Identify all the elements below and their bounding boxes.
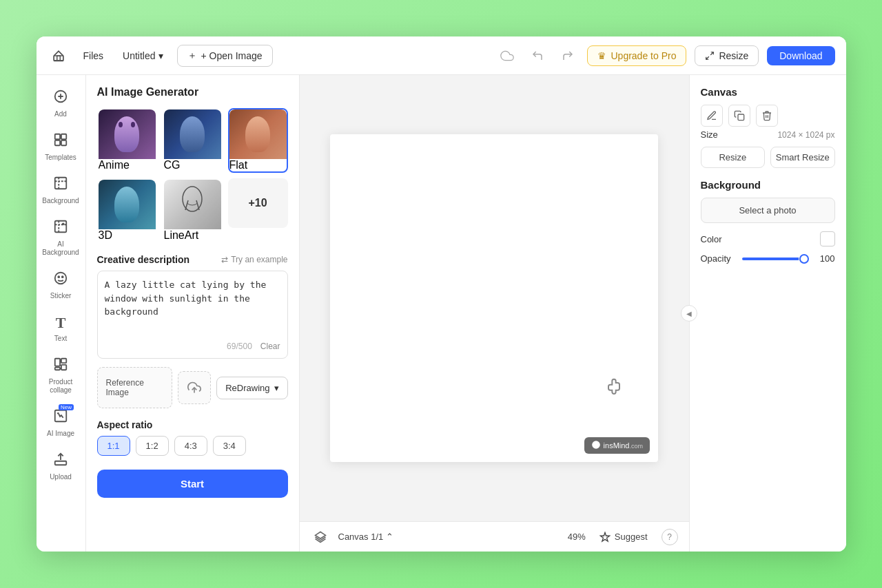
cloud-sync-button[interactable] xyxy=(496,45,518,67)
start-button[interactable]: Start xyxy=(97,470,288,498)
sidebar-item-ai-background[interactable]: AI Background xyxy=(40,213,81,262)
reference-upload-button[interactable] xyxy=(178,371,211,404)
canvas-workspace[interactable]: insMind.com xyxy=(330,134,658,462)
files-button[interactable]: Files xyxy=(78,48,110,64)
style-card-lineart[interactable]: LineArt xyxy=(163,178,223,243)
undo-button[interactable] xyxy=(526,45,548,67)
svg-line-1 xyxy=(711,52,714,54)
sidebar-item-upload[interactable]: Upload xyxy=(40,446,81,487)
lineart-preview xyxy=(164,180,221,229)
svg-rect-18 xyxy=(61,365,66,370)
sidebar-item-add[interactable]: Add xyxy=(40,83,81,124)
suggest-button[interactable]: Suggest xyxy=(594,529,653,545)
ai-background-label: AI Background xyxy=(42,240,79,257)
background-section-title: Background xyxy=(701,179,835,191)
svg-point-27 xyxy=(592,441,600,449)
background-icon xyxy=(53,176,68,194)
untitled-label: Untitled xyxy=(123,50,155,61)
canvas-duplicate-button[interactable] xyxy=(728,105,750,127)
open-image-button[interactable]: ＋ + Open Image xyxy=(177,45,273,67)
flat-preview xyxy=(229,109,287,159)
resize-row: Resize Smart Resize xyxy=(701,147,835,168)
style-card-cg[interactable]: CG xyxy=(163,108,223,173)
add-label: Add xyxy=(54,110,67,118)
plus-icon: ＋ xyxy=(187,50,197,62)
aspect-1-2-button[interactable]: 1:2 xyxy=(136,436,169,456)
help-label: ? xyxy=(667,532,672,542)
flat-label: Flat xyxy=(229,159,287,171)
aspect-1-1-button[interactable]: 1:1 xyxy=(97,436,130,456)
insmind-watermark: insMind.com xyxy=(584,437,650,454)
text-label: Text xyxy=(54,335,67,343)
ai-image-panel: AI Image Generator Anime xyxy=(86,75,300,552)
canvas-main: insMind.com xyxy=(300,75,689,521)
home-button[interactable] xyxy=(48,45,70,67)
try-example-button[interactable]: ⇄ Try an example xyxy=(221,255,287,264)
background-section: Background Select a photo Color Opacity … xyxy=(701,179,835,264)
aspect-4-3-button[interactable]: 4:3 xyxy=(174,436,207,456)
svg-point-14 xyxy=(58,276,59,277)
svg-point-15 xyxy=(62,276,63,277)
layers-button[interactable] xyxy=(311,527,330,547)
clear-button[interactable]: Clear xyxy=(260,342,280,351)
style-card-more[interactable]: +10 xyxy=(228,178,288,228)
ai-image-icon: New xyxy=(53,408,68,427)
smart-resize-option-button[interactable]: Smart Resize xyxy=(770,147,835,168)
description-textarea[interactable]: A lazy little cat lying by the window wi… xyxy=(105,278,280,339)
insmind-logo-icon xyxy=(591,440,601,451)
style-card-anime[interactable]: Anime xyxy=(97,108,157,173)
svg-rect-22 xyxy=(55,461,67,465)
opacity-thumb[interactable] xyxy=(799,254,809,264)
upload-icon xyxy=(53,452,68,470)
aspect-3-4-button[interactable]: 3:4 xyxy=(213,436,246,456)
reference-image-box[interactable]: Reference Image xyxy=(97,367,173,408)
svg-rect-8 xyxy=(55,140,60,145)
templates-icon xyxy=(53,132,68,151)
canvas-area: ◀ insMind.com xyxy=(300,75,689,552)
canvas-delete-button[interactable] xyxy=(756,105,778,127)
select-photo-button[interactable]: Select a photo xyxy=(701,198,835,223)
svg-point-13 xyxy=(55,273,67,284)
canvas-info[interactable]: Canvas 1/1 ⌃ xyxy=(338,532,394,542)
svg-point-21 xyxy=(57,412,59,414)
upgrade-to-pro-button[interactable]: ♛ Upgrade to Pro xyxy=(587,45,686,66)
opacity-slider[interactable] xyxy=(742,258,809,260)
color-swatch[interactable] xyxy=(820,231,835,246)
canvas-bottom-bar: Canvas 1/1 ⌃ 49% Suggest ? xyxy=(300,521,689,552)
sidebar-item-product-collage[interactable]: Product collage xyxy=(40,351,81,400)
chevron-up-icon: ⌃ xyxy=(386,532,393,542)
redrawing-label: ReDrawing xyxy=(225,383,269,393)
style-card-flat[interactable]: Flat xyxy=(228,108,288,173)
svg-rect-7 xyxy=(61,134,66,139)
top-bar: Files Untitled ▾ ＋ + Open Image xyxy=(37,36,846,75)
collapse-panel-button[interactable]: ◀ xyxy=(681,305,697,322)
redo-button[interactable] xyxy=(557,45,579,67)
help-button[interactable]: ? xyxy=(662,529,678,545)
resize-label: Resize xyxy=(719,50,748,61)
background-label: Background xyxy=(42,197,79,205)
resize-button[interactable]: Resize xyxy=(695,45,759,66)
cg-label: CG xyxy=(164,159,221,171)
cg-preview xyxy=(164,109,221,159)
lineart-label: LineArt xyxy=(164,229,221,242)
sidebar-item-templates[interactable]: Templates xyxy=(40,127,81,167)
resize-option-button[interactable]: Resize xyxy=(701,147,766,168)
canvas-actions xyxy=(701,105,835,127)
creative-description-header: Creative description ⇄ Try an example xyxy=(97,254,288,265)
style-card-3d[interactable]: 3D xyxy=(97,178,157,243)
main-body: Add Templates xyxy=(37,75,846,552)
redrawing-select[interactable]: ReDrawing ▾ xyxy=(216,377,287,399)
sidebar-item-background[interactable]: Background xyxy=(40,170,81,211)
open-image-label: + Open Image xyxy=(201,50,263,61)
opacity-label: Opacity xyxy=(701,253,735,264)
untitled-title[interactable]: Untitled ▾ xyxy=(117,48,168,64)
sticker-label: Sticker xyxy=(50,292,72,300)
canvas-style-button[interactable] xyxy=(701,105,723,127)
sidebar-item-text[interactable]: T Text xyxy=(40,308,81,348)
svg-rect-0 xyxy=(54,56,63,61)
sidebar-item-sticker[interactable]: Sticker xyxy=(40,265,81,306)
sidebar-item-ai-image[interactable]: New AI Image xyxy=(40,403,81,443)
reference-image-label: Reference Image xyxy=(106,378,164,397)
canvas-section: Canvas xyxy=(701,86,835,168)
download-button[interactable]: Download xyxy=(767,46,834,65)
